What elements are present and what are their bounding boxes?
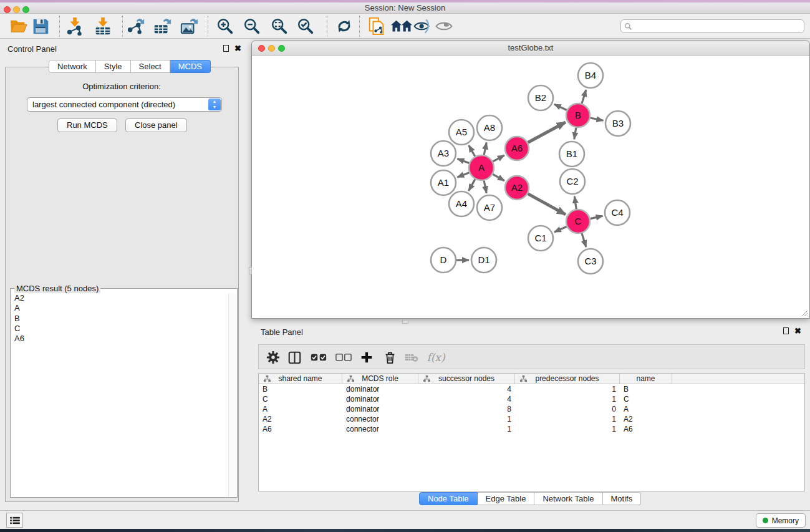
zoom-in-icon[interactable]	[215, 17, 236, 36]
table-row[interactable]: Cdominator41C	[259, 394, 804, 404]
graph-node-A2[interactable]: A2	[505, 176, 529, 200]
graph-node-B[interactable]: B	[566, 104, 590, 127]
export-image-icon[interactable]	[178, 17, 200, 36]
delete-column-icon[interactable]	[380, 347, 400, 367]
network-graph[interactable]: AA1A2A3A4A5A6A7A8BB1B2B3B4CC1C2C3C4DD1	[252, 56, 809, 318]
zoom-selected-icon[interactable]	[295, 17, 316, 36]
minimize-window-button[interactable]	[13, 6, 20, 13]
export-table-icon[interactable]	[152, 17, 173, 36]
table-row[interactable]: Adominator80A	[259, 404, 804, 414]
refresh-icon[interactable]	[334, 17, 355, 36]
function-builder-icon[interactable]: f(x)	[426, 347, 446, 367]
home-view-icon[interactable]	[391, 17, 412, 36]
open-session-icon[interactable]	[8, 17, 29, 36]
table-row[interactable]: A2connector11A2	[259, 414, 804, 424]
tab-network[interactable]: Network	[49, 60, 96, 73]
graph-node-C4[interactable]: C4	[605, 200, 630, 225]
graph-node-A8[interactable]: A8	[477, 115, 502, 140]
graph-node-B3[interactable]: B3	[605, 111, 630, 136]
mcds-result-item[interactable]: A6	[11, 334, 229, 344]
splitter-handle-vertical[interactable]	[249, 267, 252, 274]
column-header-predecessor-nodes[interactable]: predecessor nodes	[515, 374, 620, 384]
column-header-shared-name[interactable]: shared name	[259, 374, 342, 384]
graph-node-D1[interactable]: D1	[471, 248, 496, 273]
graph-node-A7[interactable]: A7	[477, 195, 502, 220]
graph-edge-C-C2[interactable]	[574, 196, 576, 209]
graph-node-B1[interactable]: B1	[559, 142, 584, 167]
close-window-button[interactable]	[4, 6, 11, 13]
split-view-icon[interactable]	[284, 347, 304, 367]
graph-edge-C-C1[interactable]	[554, 226, 567, 232]
import-network-icon[interactable]	[64, 17, 85, 36]
float-panel-icon[interactable]	[783, 327, 789, 334]
network-window-titlebar[interactable]: testGlobe.txt	[252, 41, 809, 56]
criterion-dropdown[interactable]: largest connected component (directed) ▲…	[27, 97, 222, 112]
close-panel-button[interactable]: Close panel	[125, 118, 187, 132]
run-mcds-button[interactable]: Run MCDS	[57, 118, 117, 132]
graph-node-B4[interactable]: B4	[578, 63, 603, 88]
splitter-handle-horizontal[interactable]	[402, 320, 408, 324]
zoom-fit-icon[interactable]	[269, 17, 290, 36]
graph-edge-A-A4[interactable]	[469, 179, 475, 191]
network-close-button[interactable]	[258, 45, 265, 52]
tab-network-table[interactable]: Network Table	[534, 492, 602, 505]
column-header-name[interactable]: name	[620, 374, 672, 384]
zoom-window-button[interactable]	[22, 6, 29, 13]
graph-node-A[interactable]: A	[469, 155, 494, 180]
graph-node-A6[interactable]: A6	[505, 137, 529, 160]
table-row[interactable]: Bdominator41B	[259, 384, 804, 394]
column-header-successor-nodes[interactable]: successor nodes	[418, 374, 515, 384]
table-row[interactable]: A6connector11A6	[259, 424, 804, 434]
zoom-out-icon[interactable]	[241, 17, 263, 36]
tab-node-table[interactable]: Node Table	[419, 492, 478, 505]
network-minimize-button[interactable]	[268, 45, 275, 52]
result-scrollbar[interactable]	[228, 293, 236, 496]
graph-edge-A-A6[interactable]	[493, 155, 504, 162]
tab-motifs[interactable]: Motifs	[603, 492, 642, 505]
graph-edge-A-A1[interactable]	[457, 173, 469, 178]
window-resize-grip[interactable]	[801, 309, 808, 317]
mcds-result-item[interactable]: A	[11, 303, 229, 313]
tab-edge-table[interactable]: Edge Table	[478, 492, 535, 505]
graph-edge-B-B1[interactable]	[574, 128, 576, 140]
graph-edge-A-A5[interactable]	[469, 145, 475, 157]
graph-edge-A-A8[interactable]	[484, 143, 486, 155]
graph-edge-A-A2[interactable]	[493, 174, 504, 180]
graph-edge-B-B3[interactable]	[591, 118, 604, 120]
deselect-all-icon[interactable]	[334, 347, 354, 367]
float-panel-icon[interactable]	[223, 45, 229, 52]
graph-edge-C-C4[interactable]	[591, 216, 603, 218]
graph-node-A5[interactable]: A5	[449, 120, 474, 145]
graph-node-A3[interactable]: A3	[431, 141, 456, 166]
import-table-icon[interactable]	[92, 17, 113, 36]
graph-edge-A2-C[interactable]	[528, 194, 566, 215]
mcds-result-item[interactable]: C	[11, 324, 229, 334]
tab-mcds[interactable]: MCDS	[170, 60, 211, 73]
hide-panel-icon[interactable]	[412, 17, 433, 36]
mcds-result-item[interactable]: B	[11, 314, 229, 324]
mcds-result-item[interactable]: A2	[11, 293, 229, 303]
graph-edge-A-A7[interactable]	[484, 181, 486, 193]
add-column-icon[interactable]	[357, 347, 377, 367]
network-snapshot-icon[interactable]	[366, 17, 387, 36]
column-header-mcds-role[interactable]: MCDS role	[342, 374, 418, 384]
memory-button[interactable]: Memory	[756, 513, 806, 528]
table-settings-icon[interactable]	[263, 347, 283, 367]
graph-node-C1[interactable]: C1	[528, 226, 553, 251]
graph-edge-A6-B[interactable]	[528, 122, 566, 143]
graph-edge-C-C3[interactable]	[582, 233, 586, 247]
save-session-icon[interactable]	[30, 17, 51, 36]
select-all-icon[interactable]	[309, 347, 329, 367]
task-history-button[interactable]	[6, 513, 23, 528]
graph-node-A4[interactable]: A4	[449, 191, 474, 216]
graph-node-B2[interactable]: B2	[528, 85, 553, 110]
graph-node-C3[interactable]: C3	[578, 249, 603, 274]
graph-node-D[interactable]: D	[431, 248, 456, 273]
close-panel-icon[interactable]: ✖	[234, 45, 241, 52]
search-input[interactable]	[632, 21, 804, 32]
graph-node-C[interactable]: C	[566, 210, 590, 233]
tab-select[interactable]: Select	[131, 60, 170, 73]
network-zoom-button[interactable]	[278, 45, 285, 52]
delete-table-icon[interactable]	[402, 347, 422, 367]
graph-edge-B-B2[interactable]	[554, 104, 567, 110]
